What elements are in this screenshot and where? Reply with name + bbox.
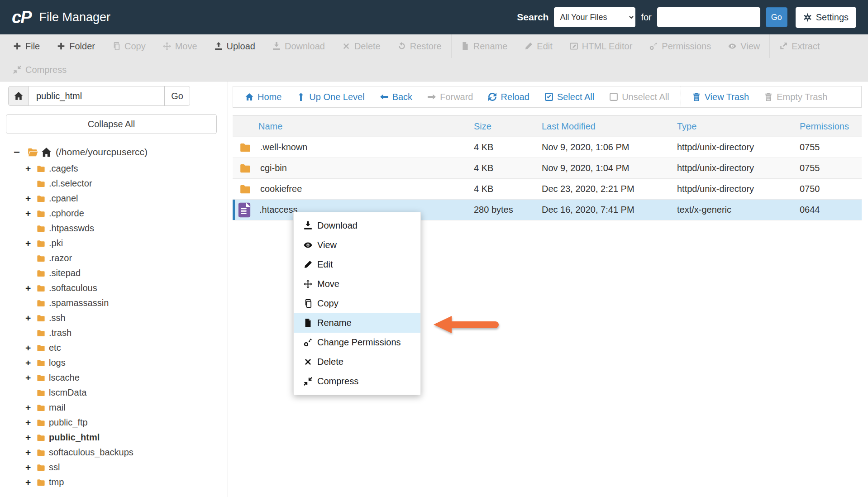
arrow-up-icon xyxy=(297,93,305,101)
tree-item-label: .cpanel xyxy=(49,193,78,204)
tree-item-public-html[interactable]: +public_html xyxy=(14,430,225,445)
expand-icon[interactable]: + xyxy=(25,209,36,218)
tree-item[interactable]: lscmData xyxy=(14,385,225,400)
nav-label: Unselect All xyxy=(622,92,669,102)
path-go-button[interactable]: Go xyxy=(165,86,190,106)
nav-home-button[interactable]: Home xyxy=(238,92,289,102)
file-permissions: 0755 xyxy=(798,137,862,158)
search-scope-select[interactable]: All Your Files xyxy=(554,7,635,27)
folder-open-icon xyxy=(28,147,38,158)
expand-icon[interactable]: + xyxy=(25,448,36,457)
expand-icon[interactable]: + xyxy=(25,313,36,323)
menu-item-compress[interactable]: Compress xyxy=(294,372,420,391)
tree-root-item[interactable]: − (/home/yourcpusercc) xyxy=(14,143,225,161)
file-type: httpd/unix-directory xyxy=(675,137,798,158)
toolbar-upload-button[interactable]: Upload xyxy=(206,34,264,58)
folder-icon xyxy=(36,329,46,337)
file-modified: Dec 16, 2020, 7:41 PM xyxy=(540,200,675,220)
tree-item[interactable]: +softaculous_backups xyxy=(14,445,225,460)
nav-back-button[interactable]: Back xyxy=(372,92,420,102)
tree-item[interactable]: .cl.selector xyxy=(14,176,225,191)
tree-item[interactable]: +.pki xyxy=(14,236,225,251)
toolbar-label: Rename xyxy=(473,41,508,52)
tree-item[interactable]: +lscache xyxy=(14,370,225,385)
nav-select-all-button[interactable]: Select All xyxy=(537,92,602,102)
pencil-icon xyxy=(525,42,533,50)
column-header-name[interactable]: Name xyxy=(233,116,472,137)
expand-icon[interactable]: + xyxy=(25,403,36,412)
column-header-type[interactable]: Type xyxy=(675,116,798,137)
arrow-right-icon xyxy=(428,93,436,101)
menu-label: Rename xyxy=(317,318,352,328)
nav-reload-button[interactable]: Reload xyxy=(481,92,537,102)
menu-item-change-permissions[interactable]: Change Permissions xyxy=(294,333,420,352)
file-permissions: 0750 xyxy=(798,179,862,200)
tree-item[interactable]: .htpasswds xyxy=(14,221,225,236)
expand-icon[interactable]: + xyxy=(25,164,36,173)
toolbar-file-button[interactable]: File xyxy=(5,34,48,58)
tree-item[interactable]: +.cpanel xyxy=(14,191,225,206)
path-input[interactable] xyxy=(29,86,165,106)
home-path-button[interactable] xyxy=(8,86,29,106)
expand-icon[interactable]: + xyxy=(25,239,36,248)
folder-icon xyxy=(36,449,46,457)
tree-item[interactable]: .spamassassin xyxy=(14,296,225,311)
tree-item[interactable]: +.softaculous xyxy=(14,281,225,296)
tree-item-label: .htpasswds xyxy=(49,223,94,234)
column-header-last-modified[interactable]: Last Modified xyxy=(540,116,675,137)
search-go-button[interactable]: Go xyxy=(766,7,787,27)
toolbar-folder-button[interactable]: Folder xyxy=(48,34,104,58)
expand-icon[interactable]: + xyxy=(25,418,36,427)
menu-item-delete[interactable]: Delete xyxy=(294,352,420,372)
tree-item[interactable]: +tmp xyxy=(14,475,225,490)
toolbar-move-button: Move xyxy=(154,34,206,58)
expand-icon[interactable]: + xyxy=(25,373,36,382)
tree-item[interactable]: +.ssh xyxy=(14,311,225,325)
menu-item-copy[interactable]: Copy xyxy=(294,294,420,313)
file-type: httpd/unix-directory xyxy=(675,158,798,179)
move-icon xyxy=(163,42,171,50)
search-input[interactable] xyxy=(657,7,760,27)
file-permissions: 0755 xyxy=(798,158,862,179)
toolbar-label: Upload xyxy=(227,41,255,52)
expand-icon[interactable]: + xyxy=(25,463,36,472)
column-header-size[interactable]: Size xyxy=(472,116,540,137)
menu-label: Compress xyxy=(317,376,358,387)
settings-button[interactable]: Settings xyxy=(796,7,856,28)
tree-item[interactable]: .sitepad xyxy=(14,266,225,281)
table-row[interactable]: cgi-bin 4 KB Nov 9, 2020, 1:04 PM httpd/… xyxy=(233,158,862,179)
tree-item-label: .cagefs xyxy=(49,163,78,174)
expand-icon[interactable]: + xyxy=(25,194,36,203)
tree-item[interactable]: .razor xyxy=(14,251,225,266)
toolbar-label: Edit xyxy=(537,41,552,52)
expand-icon[interactable]: + xyxy=(25,343,36,353)
tree-item[interactable]: +.cphorde xyxy=(14,206,225,221)
expand-icon[interactable]: + xyxy=(25,283,36,293)
menu-item-move[interactable]: Move xyxy=(294,274,420,294)
nav-view-trash-button[interactable]: View Trash xyxy=(685,92,757,102)
tree-item[interactable]: +ssl xyxy=(14,460,225,475)
column-header-permissions[interactable]: Permissions xyxy=(798,116,862,137)
tree-item[interactable]: .trash xyxy=(14,325,225,340)
folder-icon xyxy=(36,180,46,188)
tree-item[interactable]: +mail xyxy=(14,400,225,415)
menu-item-edit[interactable]: Edit xyxy=(294,255,420,274)
search-area: Search All Your Files for Go Settings xyxy=(517,7,856,28)
tree-root-label: (/home/yourcpusercc) xyxy=(56,147,148,158)
tree-item[interactable]: +public_ftp xyxy=(14,415,225,430)
tree-item[interactable]: +.cagefs xyxy=(14,161,225,176)
menu-item-view[interactable]: View xyxy=(294,235,420,255)
expand-icon[interactable]: + xyxy=(25,358,36,368)
expand-icon[interactable]: + xyxy=(25,433,36,442)
tree-item[interactable]: +logs xyxy=(14,355,225,370)
menu-item-rename[interactable]: Rename xyxy=(294,313,420,333)
table-row[interactable]: cookiefree 4 KB Dec 23, 2020, 2:21 PM ht… xyxy=(233,179,862,200)
table-row[interactable]: .well-known 4 KB Nov 9, 2020, 1:06 PM ht… xyxy=(233,137,862,158)
nav-up-one-level-button[interactable]: Up One Level xyxy=(289,92,372,102)
tree-item[interactable]: +etc xyxy=(14,340,225,355)
menu-item-download[interactable]: Download xyxy=(294,216,420,235)
expand-icon[interactable]: + xyxy=(25,478,36,487)
collapse-icon[interactable]: − xyxy=(14,147,24,158)
file-table: Name Size Last Modified Type Permissions… xyxy=(233,115,862,220)
collapse-all-button[interactable]: Collapse All xyxy=(6,114,217,134)
